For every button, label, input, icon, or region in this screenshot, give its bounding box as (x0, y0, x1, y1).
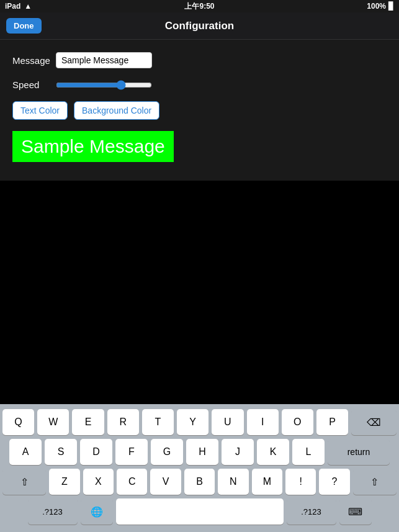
status-bar: iPad ▲ 上午9:50 100% ▊ (0, 0, 399, 12)
status-time: 上午9:50 (184, 1, 214, 12)
keyboard-dismiss-key[interactable]: ⌨ (339, 498, 372, 525)
battery-label: 100% (367, 2, 386, 11)
message-label: Message (12, 55, 56, 66)
backspace-key[interactable]: ⌫ (351, 409, 397, 435)
nav-title: Configuration (165, 20, 234, 32)
key-a[interactable]: A (9, 439, 42, 465)
speed-slider[interactable] (56, 80, 152, 90)
shift-key[interactable]: ⇧ (2, 469, 46, 495)
key-l[interactable]: L (292, 439, 325, 465)
key-d[interactable]: D (80, 439, 112, 465)
speed-row: Speed (12, 79, 387, 90)
color-buttons-row: Text Color Background Color (12, 101, 387, 120)
key-s[interactable]: S (45, 439, 77, 465)
text-color-button[interactable]: Text Color (12, 101, 68, 120)
key-question[interactable]: ? (319, 469, 349, 495)
num-key-right[interactable]: .?123 (287, 498, 336, 525)
speed-label: Speed (12, 79, 56, 90)
preview-text: Sample Message (21, 136, 165, 156)
key-j[interactable]: J (222, 439, 254, 465)
key-u[interactable]: U (212, 409, 243, 435)
return-key[interactable]: return (328, 439, 390, 465)
message-row: Message (12, 52, 387, 68)
nav-bar: Done Configuration (0, 12, 399, 40)
key-r[interactable]: R (107, 409, 139, 435)
shift-right-key[interactable]: ⇧ (353, 469, 397, 495)
key-y[interactable]: Y (177, 409, 208, 435)
main-content: Message Speed Text Color Background Colo… (0, 40, 399, 181)
key-x[interactable]: X (83, 469, 114, 495)
key-p[interactable]: P (316, 409, 348, 435)
key-z[interactable]: Z (49, 469, 79, 495)
done-button[interactable]: Done (6, 18, 42, 34)
space-key[interactable] (116, 498, 284, 525)
keyboard-row-2: A S D F G H J K L return (2, 439, 397, 465)
key-e[interactable]: E (72, 409, 104, 435)
key-n[interactable]: N (218, 469, 248, 495)
keyboard: Q W E R T Y U I O P ⌫ A S D F G H J K L … (0, 404, 399, 532)
background-color-button[interactable]: Background Color (74, 101, 159, 120)
device-label: iPad (5, 2, 20, 11)
key-o[interactable]: O (282, 409, 313, 435)
keyboard-row-1: Q W E R T Y U I O P ⌫ (2, 409, 397, 435)
key-w[interactable]: W (37, 409, 69, 435)
key-c[interactable]: C (117, 469, 147, 495)
key-q[interactable]: Q (2, 409, 34, 435)
key-h[interactable]: H (186, 439, 218, 465)
num-key-left[interactable]: .?123 (28, 498, 78, 525)
key-exclamation[interactable]: ! (285, 469, 316, 495)
key-m[interactable]: M (252, 469, 282, 495)
globe-key[interactable]: 🌐 (81, 498, 113, 525)
message-input[interactable] (56, 52, 152, 68)
preview-banner: Sample Message (12, 131, 174, 162)
key-t[interactable]: T (142, 409, 174, 435)
key-f[interactable]: F (115, 439, 148, 465)
key-i[interactable]: I (247, 409, 279, 435)
wifi-icon: ▲ (24, 2, 32, 11)
keyboard-row-3: ⇧ Z X C V B N M ! ? ⇧ (2, 469, 397, 495)
key-k[interactable]: K (257, 439, 289, 465)
key-b[interactable]: B (184, 469, 215, 495)
battery-icon: ▊ (388, 2, 394, 11)
keyboard-row-4: .?123 🌐 .?123 ⌨ (2, 498, 397, 525)
black-area (0, 181, 399, 361)
key-g[interactable]: G (151, 439, 183, 465)
key-v[interactable]: V (150, 469, 181, 495)
